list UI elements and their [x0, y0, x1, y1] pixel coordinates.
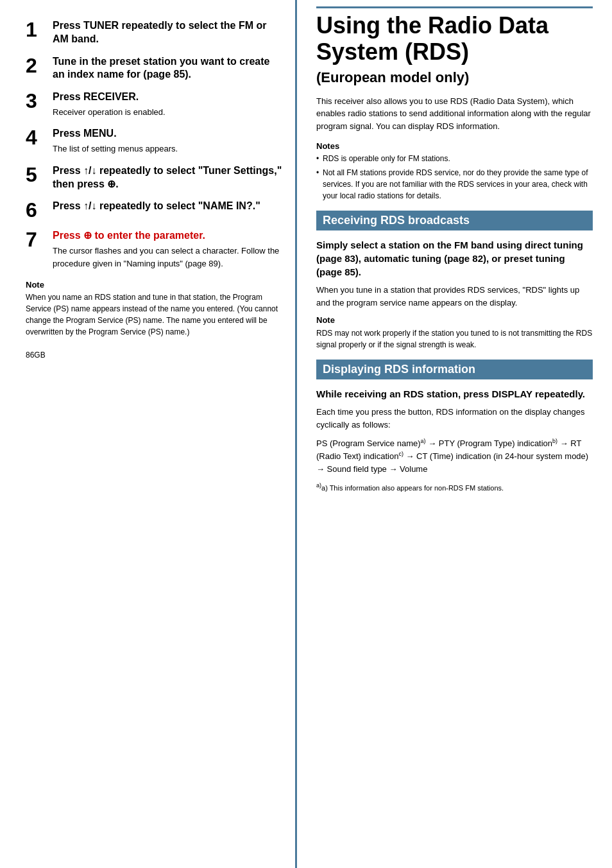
- step-3: 3 Press RECEIVER. Receiver operation is …: [26, 91, 282, 118]
- step-4-body: The list of setting menus appears.: [53, 143, 282, 155]
- section1-body: When you tune in a station that provides…: [316, 284, 593, 309]
- left-note-label: Note: [26, 280, 282, 290]
- intro-text: This receiver also allows you to use RDS…: [316, 95, 593, 133]
- right-note-item-1: RDS is operable only for FM stations.: [316, 153, 593, 164]
- page: 1 Press TUNER repeatedly to select the F…: [0, 0, 612, 868]
- right-note-item-2: Not all FM stations provide RDS service,…: [316, 167, 593, 202]
- left-column: 1 Press TUNER repeatedly to select the F…: [0, 0, 295, 868]
- step-4: 4 Press MENU. The list of setting menus …: [26, 127, 282, 155]
- step-1-number: 1: [26, 19, 46, 40]
- main-title: Using the Radio Data System (RDS): [316, 12, 593, 65]
- step-4-number: 4: [26, 127, 46, 148]
- main-title-line2: System (RDS): [316, 39, 469, 65]
- step-6: 6 Press ↑/↓ repeatedly to select "NAME I…: [26, 200, 282, 220]
- step-4-content: Press MENU. The list of setting menus ap…: [53, 127, 282, 155]
- step-5: 5 Press ↑/↓ repeatedly to select "Tuner …: [26, 164, 282, 191]
- step-4-title: Press MENU.: [53, 127, 282, 141]
- right-column: Using the Radio Data System (RDS) (Europ…: [295, 0, 612, 868]
- section2-header: Displaying RDS information: [316, 360, 593, 379]
- section2-sequence: PS (Program Service name)a) → PTY (Progr…: [316, 437, 593, 475]
- step-2-content: Tune in the preset station you want to c…: [53, 55, 282, 82]
- section1-note-label: Note: [316, 315, 593, 325]
- main-title-line1: Using the Radio Data: [316, 12, 548, 39]
- step-6-content: Press ↑/↓ repeatedly to select "NAME IN?…: [53, 200, 282, 213]
- step-2: 2 Tune in the preset station you want to…: [26, 55, 282, 82]
- step-5-content: Press ↑/↓ repeatedly to select "Tuner Se…: [53, 164, 282, 191]
- section2-body: Each time you press the button, RDS info…: [316, 406, 593, 431]
- rds-subtitle: (European model only): [316, 69, 593, 86]
- step-7-number: 7: [26, 229, 46, 250]
- right-notes-label: Notes: [316, 141, 593, 151]
- section1-subtitle: Simply select a station on the FM band u…: [316, 238, 593, 279]
- right-notes-list: RDS is operable only for FM stations. No…: [316, 153, 593, 202]
- page-number: 86GB: [26, 351, 282, 360]
- step-7: 7 Press ⊕ to enter the parameter. The cu…: [26, 229, 282, 270]
- step-2-number: 2: [26, 55, 46, 76]
- step-3-content: Press RECEIVER. Receiver operation is en…: [53, 91, 282, 118]
- step-1: 1 Press TUNER repeatedly to select the F…: [26, 19, 282, 46]
- section1-header: Receiving RDS broadcasts: [316, 211, 593, 230]
- step-1-content: Press TUNER repeatedly to select the FM …: [53, 19, 282, 46]
- step-3-title: Press RECEIVER.: [53, 91, 282, 104]
- step-6-number: 6: [26, 200, 46, 220]
- step-5-number: 5: [26, 164, 46, 185]
- step-7-body: The cursor flashes and you can select a …: [53, 245, 282, 270]
- step-3-number: 3: [26, 91, 46, 111]
- left-note: Note When you name an RDS station and tu…: [26, 280, 282, 338]
- title-top-border: [316, 6, 593, 8]
- step-7-content: Press ⊕ to enter the parameter. The curs…: [53, 229, 282, 270]
- step-7-title: Press ⊕ to enter the parameter.: [53, 229, 282, 243]
- step-3-body: Receiver operation is enabled.: [53, 106, 282, 119]
- step-1-title: Press TUNER repeatedly to select the FM …: [53, 19, 282, 46]
- step-2-title: Tune in the preset station you want to c…: [53, 55, 282, 82]
- section1-note-text: RDS may not work properly if the station…: [316, 327, 593, 351]
- section2-footnote: a)a) This information also appears for n…: [316, 482, 593, 493]
- step-5-title: Press ↑/↓ repeatedly to select "Tuner Se…: [53, 164, 282, 191]
- left-note-text: When you name an RDS station and tune in…: [26, 291, 282, 338]
- step-6-title: Press ↑/↓ repeatedly to select "NAME IN?…: [53, 200, 282, 213]
- section2-subtitle: While receiving an RDS station, press DI…: [316, 387, 593, 401]
